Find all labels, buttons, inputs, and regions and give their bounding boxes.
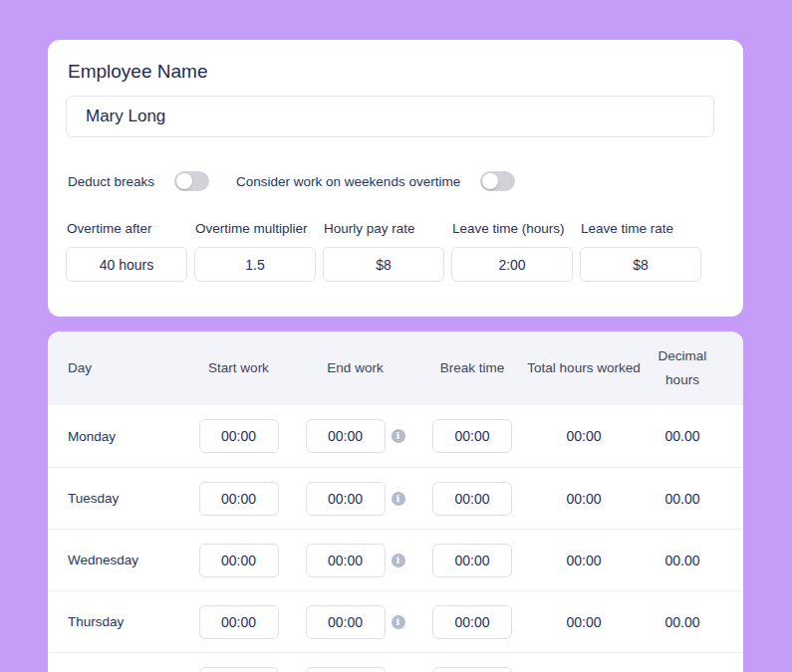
day-label: Tuesday <box>68 491 185 506</box>
rate-fields-row: Overtime after Overtime multiplier Hourl… <box>66 221 725 282</box>
leave-time-rate-input[interactable] <box>580 247 701 282</box>
employee-name-input[interactable] <box>66 96 714 137</box>
field-label: Overtime after <box>67 221 187 237</box>
info-icon[interactable]: i <box>392 492 405 506</box>
overtime-multiplier-input[interactable] <box>194 247 316 282</box>
column-header-start-work: Start work <box>185 356 292 380</box>
hourly-pay-rate-input[interactable] <box>323 247 444 282</box>
start-work-input[interactable] <box>199 667 279 672</box>
field-leave-time-hours: Leave time (hours) <box>451 221 573 282</box>
toggle-knob <box>176 173 192 189</box>
break-time-input[interactable] <box>432 482 512 516</box>
field-leave-time-rate: Leave time rate <box>580 221 701 282</box>
field-overtime-after: Overtime after <box>66 221 187 282</box>
day-label: Wednesday <box>68 553 185 567</box>
employee-name-title: Employee Name <box>68 60 725 84</box>
field-label: Hourly pay rate <box>324 221 444 237</box>
info-icon[interactable]: i <box>392 554 405 567</box>
field-hourly-pay-rate: Hourly pay rate <box>323 221 444 282</box>
table-header-row: Day Start work End work Break time Total… <box>48 332 743 405</box>
end-work-input[interactable] <box>306 419 386 453</box>
break-time-input[interactable] <box>432 667 512 672</box>
field-label: Leave time (hours) <box>452 221 573 237</box>
toggles-row: Deduct breaks Consider work on weekends … <box>66 171 725 191</box>
employee-card: Employee Name Deduct breaks Consider wor… <box>48 40 743 317</box>
end-work-input[interactable] <box>306 667 386 672</box>
break-time-input[interactable] <box>432 419 512 453</box>
table-row: Thursday i 00:00 00.00 <box>48 590 743 652</box>
break-time-input[interactable] <box>432 544 512 577</box>
decimal-hours-value: 00.00 <box>642 553 723 568</box>
start-work-input[interactable] <box>199 482 279 516</box>
start-work-input[interactable] <box>199 419 279 453</box>
field-label: Leave time rate <box>581 221 701 237</box>
total-hours-value: 00:00 <box>526 491 642 507</box>
info-icon[interactable]: i <box>392 615 405 629</box>
column-header-decimal-hours: Decimal hours <box>642 344 723 392</box>
table-body: Monday i 00:00 00.00 Tuesday i 00:00 00.… <box>48 405 743 672</box>
toggle-knob <box>482 173 498 189</box>
timesheet-table-card: Day Start work End work Break time Total… <box>48 332 743 672</box>
column-header-total-hours: Total hours worked <box>526 356 642 380</box>
end-work-input[interactable] <box>306 544 386 577</box>
day-label: Monday <box>68 429 185 444</box>
start-work-input[interactable] <box>199 544 279 577</box>
field-overtime-multiplier: Overtime multiplier <box>194 221 316 282</box>
column-header-end-work: End work <box>292 356 418 380</box>
total-hours-value: 00:00 <box>526 614 642 630</box>
table-row: Friday i 00:00 00.00 <box>48 652 743 672</box>
start-work-input[interactable] <box>199 605 279 639</box>
table-row: Tuesday i 00:00 00.00 <box>48 467 743 529</box>
decimal-hours-value: 00.00 <box>642 491 723 507</box>
deduct-breaks-toggle[interactable] <box>174 171 209 191</box>
weekend-overtime-label: Consider work on weekends overtime <box>236 174 460 189</box>
column-header-day: Day <box>68 356 185 380</box>
decimal-hours-value: 00.00 <box>642 614 723 630</box>
break-time-input[interactable] <box>432 605 512 639</box>
total-hours-value: 00:00 <box>526 428 642 444</box>
end-work-input[interactable] <box>306 605 386 639</box>
table-row: Wednesday i 00:00 00.00 <box>48 529 743 590</box>
leave-time-hours-input[interactable] <box>451 247 573 282</box>
day-label: Thursday <box>68 614 185 629</box>
field-label: Overtime multiplier <box>195 221 316 237</box>
decimal-hours-value: 00.00 <box>642 428 723 444</box>
end-work-input[interactable] <box>306 482 386 516</box>
column-header-break-time: Break time <box>418 356 526 380</box>
table-row: Monday i 00:00 00.00 <box>48 405 743 467</box>
total-hours-value: 00:00 <box>526 553 642 568</box>
info-icon[interactable]: i <box>392 429 405 443</box>
deduct-breaks-label: Deduct breaks <box>68 174 154 189</box>
weekend-overtime-toggle[interactable] <box>480 171 515 191</box>
overtime-after-input[interactable] <box>66 247 187 282</box>
